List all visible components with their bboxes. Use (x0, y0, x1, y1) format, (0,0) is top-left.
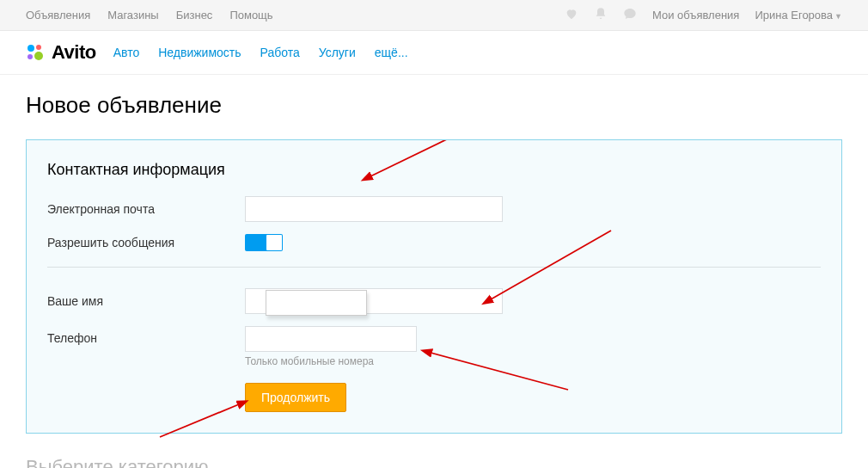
category-nav: Авто Недвижимость Работа Услуги ещё... (113, 46, 408, 59)
nav-jobs[interactable]: Работа (260, 46, 300, 59)
topbar-left-links: Объявления Магазины Бизнес Помощь (26, 9, 273, 22)
label-name: Ваше имя (47, 294, 245, 308)
navbar: Avito Авто Недвижимость Работа Услуги ещ… (0, 31, 868, 75)
main-content: Новое объявление Контактная информация Э… (0, 75, 868, 468)
logo-text: Avito (52, 41, 96, 64)
label-email: Электронная почта (47, 202, 245, 216)
topbar-link-ads[interactable]: Объявления (26, 9, 90, 22)
page-title: Новое объявление (26, 92, 842, 119)
select-category-heading: Выберите категорию (26, 456, 842, 468)
heart-icon[interactable] (565, 7, 578, 24)
nav-more[interactable]: ещё... (375, 46, 408, 59)
section-title: Контактная информация (47, 161, 821, 179)
svg-point-2 (28, 54, 33, 59)
continue-button[interactable]: Продолжить (245, 383, 346, 412)
contact-panel: Контактная информация Электронная почта … (26, 139, 842, 434)
allow-msg-toggle[interactable] (245, 234, 283, 251)
user-menu[interactable]: Ирина Егорова▼ (755, 9, 842, 22)
nav-auto[interactable]: Авто (113, 46, 140, 59)
nav-services[interactable]: Услуги (319, 46, 356, 59)
svg-point-3 (34, 52, 43, 60)
label-phone: Телефон (47, 326, 245, 345)
svg-point-1 (36, 45, 41, 50)
row-email: Электронная почта (47, 196, 821, 222)
phone-input[interactable] (245, 326, 417, 352)
topbar-link-shops[interactable]: Магазины (107, 9, 159, 22)
phone-hint: Только мобильные номера (245, 355, 503, 367)
label-allow-msg: Разрешить сообщения (47, 236, 245, 249)
email-input[interactable] (245, 196, 503, 222)
divider (47, 267, 821, 268)
logo[interactable]: Avito (26, 41, 96, 64)
nav-realty[interactable]: Недвижимость (158, 46, 241, 59)
name-overlay-box (266, 290, 367, 316)
chevron-down-icon: ▼ (834, 12, 842, 21)
row-name: Ваше имя (47, 288, 821, 314)
bell-icon[interactable] (594, 7, 608, 24)
toggle-knob (266, 235, 282, 250)
topbar: Объявления Магазины Бизнес Помощь Мои об… (0, 0, 868, 31)
chat-icon[interactable] (623, 7, 637, 24)
logo-icon (26, 43, 45, 62)
svg-line-7 (160, 404, 239, 437)
svg-point-0 (28, 45, 34, 52)
topbar-link-help[interactable]: Помощь (229, 9, 272, 22)
my-ads-link[interactable]: Мои объявления (652, 9, 739, 22)
row-allow-msg: Разрешить сообщения (47, 234, 821, 251)
topbar-right: Мои объявления Ирина Егорова▼ (565, 7, 842, 24)
topbar-link-business[interactable]: Бизнес (176, 9, 213, 22)
row-phone: Телефон Только мобильные номера (47, 326, 821, 367)
